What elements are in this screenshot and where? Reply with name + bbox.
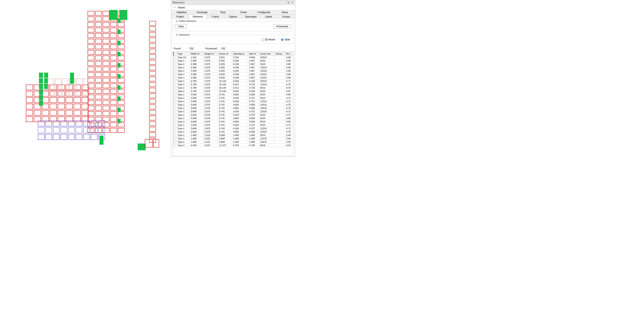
facade-panel — [149, 77, 156, 81]
table-cell: 1.400 — [248, 134, 259, 137]
facade-panel — [26, 97, 33, 103]
table-cell — [274, 127, 285, 130]
table-cell — [274, 100, 285, 103]
table-row[interactable]: Type-13.7992.67010.1435.4114.732125104.7… — [174, 83, 293, 86]
table-cell: 4.732 — [248, 83, 259, 86]
table-row[interactable]: Type-13.3802.6709.0256.3382.687215103.98 — [174, 76, 293, 79]
tab-options[interactable]: Options — [224, 15, 242, 19]
table-cell: 4.707 — [248, 96, 259, 100]
table-row[interactable]: Type-13.6482.6709.7414.6835.058155104.78 — [174, 130, 293, 134]
table-row[interactable]: Type-13.6482.6709.7414.6835.05865104.68 — [174, 120, 293, 123]
table-row[interactable]: Type-24.3342.67011.5725.7835.78965104.23 — [174, 144, 293, 147]
table-cell: 2.670 — [203, 83, 218, 86]
tab-about[interactable]: About — [274, 10, 295, 14]
titlebar[interactable]: Rhinoceros — [171, 0, 295, 5]
column-header[interactable]: Level mm¹ — [259, 52, 274, 56]
column-header[interactable]: Height m¹ — [203, 52, 218, 56]
facade-panel — [95, 33, 102, 38]
table-cell: 3.08 — [285, 56, 293, 59]
facade-panel — [118, 85, 120, 90]
tab-groups[interactable]: Groups — [278, 15, 295, 19]
facade-panel — [95, 22, 102, 27]
column-header[interactable]: Rc [ — [285, 52, 293, 56]
tab-labels[interactable]: Labels — [260, 15, 277, 19]
table-cell: 2.687 — [248, 69, 259, 73]
facade-panel — [153, 139, 159, 148]
table-cell: 10.143 — [218, 79, 232, 83]
facade-panel — [149, 127, 156, 132]
tab-check[interactable]: Check — [233, 10, 254, 14]
facade-panel — [149, 60, 156, 65]
table-cell: 3.40 — [285, 137, 293, 140]
table-row[interactable]: Type-13.6482.6709.7414.6835.05865104.68 — [174, 117, 293, 120]
tab-exchange[interactable]: Exchange — [192, 10, 212, 14]
tab-frame[interactable]: Frame — [207, 15, 224, 19]
facade-panel — [149, 32, 156, 37]
3d-viewport[interactable] — [0, 0, 171, 156]
table-cell: 5.034 — [232, 90, 248, 93]
column-header[interactable]: Opening m — [232, 52, 248, 56]
radio-table-input[interactable] — [281, 39, 284, 41]
table-row[interactable]: Type-13.3802.6709.0256.3382.68795103.98 — [174, 63, 293, 66]
column-header[interactable]: Type — [176, 52, 190, 56]
radio-3d-model[interactable]: 3D Model — [262, 38, 275, 41]
table-row[interactable]: Type-13.3802.6709.0256.3382.68765103.98 — [174, 59, 293, 63]
generate-button[interactable]: ••• Generate — [273, 24, 291, 29]
table-row[interactable]: Type-13.7992.67010.1435.0345.10965104.67 — [174, 90, 293, 93]
table-row[interactable]: Type-13.3802.6709.0256.3382.687125103.98 — [174, 66, 293, 69]
facade-panel — [88, 56, 94, 60]
facade-panel — [110, 39, 117, 44]
column-header[interactable]: Gross m² — [218, 52, 232, 56]
radio-table[interactable]: Table — [281, 38, 290, 41]
table-row[interactable]: Type-13.6492.6709.7415.0344.707125104.72 — [174, 110, 293, 113]
facade-panel — [103, 56, 110, 60]
gear-icon[interactable] — [287, 1, 290, 4]
facade-panel — [149, 54, 156, 59]
facade-panel — [110, 61, 117, 66]
table-cell: 3.648 — [190, 117, 203, 120]
close-icon[interactable] — [291, 1, 294, 4]
radio-3d-model-input[interactable] — [262, 39, 264, 41]
table-row[interactable]: Type-13.6492.6709.7415.0344.70795104.72 — [174, 96, 293, 100]
table-row[interactable]: Type-13.6482.6709.7414.6835.058155104.78 — [174, 103, 293, 107]
table-row[interactable]: Type-11.4602.6103.8092.4091.400125703.40 — [174, 137, 293, 140]
elements-table-container[interactable]: TypeWidth m¹Height m¹Gross m²Opening mNe… — [173, 52, 294, 156]
table-row[interactable]: Type-13.7992.67010.1435.4114.73295104.70 — [174, 86, 293, 90]
tab-configurator[interactable]: Configurator — [254, 10, 274, 14]
table-row[interactable]: Type-1G1.4312.6703.8212.9160.904245103.0… — [174, 56, 293, 59]
table-row[interactable]: Type-13.7992.67010.1435.0345.109155104.7… — [174, 79, 293, 83]
table-row[interactable]: Type-13.6482.6709.7415.0344.70795104.72 — [174, 123, 293, 127]
tab-elements[interactable]: Elements — [189, 15, 206, 19]
tab-openingen[interactable]: Openingen — [242, 15, 260, 19]
table-cell: Type-1G — [176, 56, 190, 59]
clear-button[interactable]: Clear — [175, 24, 187, 29]
table-row[interactable]: Type-13.6482.6709.7415.0344.707125104.72 — [174, 127, 293, 130]
table-cell: 2.670 — [203, 100, 218, 103]
column-header[interactable]: Width m¹ — [190, 52, 203, 56]
table-row[interactable]: Type-11.4602.6103.8092.4091.40095703.40 — [174, 134, 293, 137]
table-row[interactable]: Type-11.4602.6103.8092.4091.400155703.40 — [174, 140, 293, 144]
column-header[interactable]: Group — [274, 52, 285, 56]
tab-project[interactable]: Project — [172, 15, 189, 19]
facade-panel — [58, 110, 65, 116]
column-header[interactable]: Net m² — [248, 52, 259, 56]
table-row[interactable]: Type-13.6492.6709.7415.0344.70795104.72 — [174, 113, 293, 117]
table-row[interactable]: Type-13.6482.6709.7415.0344.707125104.72 — [174, 100, 293, 103]
table-cell: 3.40 — [285, 134, 293, 137]
facade-panel — [39, 84, 43, 89]
table-row[interactable]: Type-13.3802.6709.0256.3382.687185103.98 — [174, 73, 293, 76]
tab-validation[interactable]: Validation — [172, 10, 192, 14]
table-cell: 9.025 — [218, 76, 232, 79]
window-title: Rhinoceros — [172, 1, 286, 4]
tab-tools[interactable]: Tools — [213, 10, 233, 14]
table-row[interactable]: Type-13.6492.6709.7414.6835.058155104.78 — [174, 107, 293, 110]
table-cell: 9.741 — [218, 103, 232, 107]
table-cell: Type-1 — [176, 79, 190, 83]
table-row[interactable]: Type-13.6482.6709.7414.6835.05865104.68 — [174, 93, 293, 96]
table-cell — [274, 79, 285, 83]
table-row[interactable]: Type-13.3802.6709.0256.3382.687155103.98 — [174, 69, 293, 73]
facade-panel — [84, 90, 90, 96]
table-cell — [274, 140, 285, 144]
facade-panel — [118, 119, 120, 123]
facade-panel — [88, 50, 94, 55]
